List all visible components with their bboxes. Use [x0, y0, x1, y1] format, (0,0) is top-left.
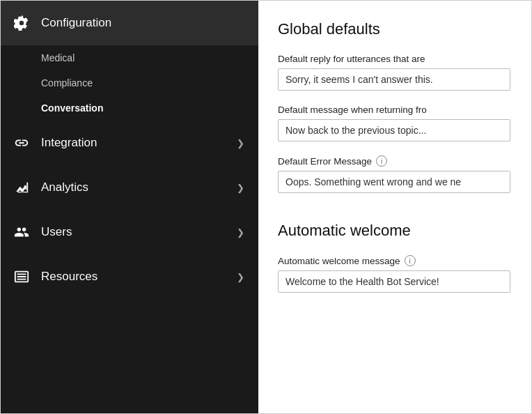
error-info-icon[interactable]: i	[376, 155, 387, 167]
field-welcome-message: Automatic welcome message i	[278, 255, 510, 293]
field-default-message: Default message when returning fro	[278, 105, 510, 141]
sidebar-item-resources[interactable]: Resources ❯	[1, 254, 258, 299]
welcome-message-input[interactable]	[278, 270, 510, 293]
default-error-input[interactable]	[278, 171, 510, 193]
resources-icon	[12, 267, 31, 286]
configuration-sub-items: Medical Compliance Conversation	[1, 45, 258, 121]
configuration-label: Configuration	[41, 16, 111, 30]
main-content: Global defaults Default reply for uttera…	[258, 1, 531, 413]
integration-icon	[12, 133, 31, 153]
sidebar-item-users[interactable]: Users ❯	[1, 210, 258, 254]
field-default-error-label: Default Error Message i	[278, 155, 510, 167]
analytics-label: Analytics	[41, 181, 88, 194]
welcome-info-icon[interactable]: i	[405, 255, 416, 266]
users-icon	[12, 222, 31, 242]
sidebar-item-compliance[interactable]: Compliance	[1, 70, 258, 95]
field-default-error: Default Error Message i	[278, 155, 510, 193]
users-label: Users	[41, 225, 72, 239]
field-default-message-label: Default message when returning fro	[278, 105, 510, 115]
sidebar: Configuration Medical Compliance Convers…	[1, 1, 258, 413]
users-chevron: ❯	[237, 227, 244, 238]
sidebar-item-conversation[interactable]: Conversation	[1, 95, 258, 121]
integration-label: Integration	[41, 136, 97, 150]
sidebar-item-integration[interactable]: Integration ❯	[1, 121, 258, 165]
default-reply-input[interactable]	[278, 68, 510, 91]
field-default-reply-label: Default reply for utterances that are	[278, 54, 510, 64]
automatic-welcome-title: Automatic welcome	[278, 222, 510, 240]
global-defaults-title: Global defaults	[278, 20, 510, 38]
analytics-icon	[12, 178, 31, 197]
sidebar-item-configuration[interactable]: Configuration	[1, 1, 258, 45]
analytics-chevron: ❯	[237, 183, 244, 193]
default-message-input[interactable]	[278, 119, 510, 141]
gear-icon	[12, 13, 31, 33]
field-default-reply: Default reply for utterances that are	[278, 54, 510, 91]
resources-label: Resources	[41, 270, 97, 284]
sidebar-item-analytics[interactable]: Analytics ❯	[1, 165, 258, 210]
section-divider	[278, 207, 510, 208]
field-welcome-message-label: Automatic welcome message i	[278, 255, 510, 266]
resources-chevron: ❯	[237, 272, 244, 282]
sidebar-item-medical[interactable]: Medical	[1, 45, 258, 70]
integration-chevron: ❯	[237, 138, 244, 148]
